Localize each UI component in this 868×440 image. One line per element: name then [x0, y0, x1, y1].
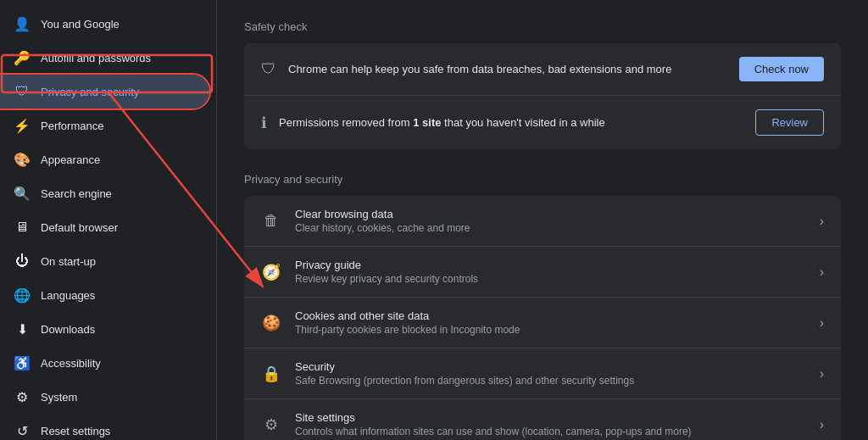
cookies-title: Cookies and other site data [295, 309, 806, 322]
default-browser-icon: 🖥 [14, 219, 31, 236]
main-content: Safety check 🛡Chrome can help keep you s… [217, 0, 868, 440]
permissions-text: Permissions removed from 1 site that you… [279, 116, 743, 129]
search-engine-icon: 🔍 [14, 185, 31, 202]
sidebar-item-label-languages: Languages [41, 289, 196, 302]
privacy-security-icon: 🛡 [14, 83, 31, 100]
privacy-security-title: Privacy and security [244, 173, 841, 186]
sidebar-item-default-browser[interactable]: 🖥Default browser [0, 210, 209, 244]
sidebar-item-label-search-engine: Search engine [41, 187, 196, 200]
sidebar-item-label-default-browser: Default browser [41, 221, 196, 234]
sidebar-item-you-and-google[interactable]: 👤You and Google [0, 7, 209, 41]
safety-check-title: Safety check [244, 20, 841, 33]
privacy-row-security[interactable]: 🔒SecuritySafe Browsing (protection from … [244, 348, 841, 399]
breaches-icon: 🛡 [261, 60, 276, 78]
reset-settings-icon: ↺ [14, 422, 31, 439]
sidebar-item-label-you-and-google: You and Google [41, 18, 196, 31]
sidebar-item-performance[interactable]: ⚡Performance [0, 109, 209, 142]
privacy-row-site-settings[interactable]: ⚙Site settingsControls what information … [244, 399, 841, 440]
sidebar-item-on-start-up[interactable]: ⏻On start-up [0, 244, 209, 278]
privacy-guide-icon: 🧭 [261, 263, 281, 281]
sidebar-item-label-on-start-up: On start-up [41, 255, 196, 268]
clear-browsing-content: Clear browsing dataClear history, cookie… [295, 208, 806, 234]
privacy-security-section: Privacy and security 🗑Clear browsing dat… [244, 173, 841, 440]
safety-row-permissions: ℹPermissions removed from 1 site that yo… [244, 96, 841, 149]
privacy-row-cookies[interactable]: 🍪Cookies and other site dataThird-party … [244, 298, 841, 348]
appearance-icon: 🎨 [14, 151, 31, 168]
on-start-up-icon: ⏻ [14, 253, 31, 270]
downloads-icon: ⬇ [14, 320, 31, 337]
site-settings-subtitle: Controls what information sites can use … [295, 426, 806, 437]
security-chevron: › [820, 366, 824, 382]
privacy-row-privacy-guide[interactable]: 🧭Privacy guideReview key privacy and sec… [244, 247, 841, 298]
clear-browsing-title: Clear browsing data [295, 208, 806, 220]
permissions-icon: ℹ [261, 114, 267, 132]
privacy-guide-title: Privacy guide [295, 259, 806, 271]
sidebar-item-label-performance: Performance [41, 120, 196, 132]
safety-check-card: 🛡Chrome can help keep you safe from data… [244, 43, 841, 149]
privacy-guide-chevron: › [820, 265, 824, 280]
sidebar-item-system[interactable]: ⚙System [0, 380, 209, 414]
system-icon: ⚙ [14, 388, 31, 405]
safety-row-breaches: 🛡Chrome can help keep you safe from data… [244, 43, 841, 96]
cookies-subtitle: Third-party cookies are blocked in Incog… [295, 324, 806, 336]
cookies-content: Cookies and other site dataThird-party c… [295, 309, 806, 336]
site-settings-icon: ⚙ [261, 415, 281, 434]
cookies-chevron: › [820, 315, 824, 331]
breaches-text: Chrome can help keep you safe from data … [288, 63, 727, 75]
you-and-google-icon: 👤 [14, 15, 31, 32]
breaches-button[interactable]: Check now [739, 57, 824, 81]
sidebar-item-label-downloads: Downloads [41, 323, 196, 336]
security-subtitle: Safe Browsing (protection from dangerous… [295, 375, 806, 387]
privacy-guide-content: Privacy guideReview key privacy and secu… [295, 259, 806, 285]
privacy-row-clear-browsing[interactable]: 🗑Clear browsing dataClear history, cooki… [244, 196, 841, 247]
sidebar-item-languages[interactable]: 🌐Languages [0, 278, 209, 312]
sidebar-item-autofill-passwords[interactable]: 🔑Autofill and passwords [0, 41, 209, 75]
security-title: Security [295, 360, 806, 373]
sidebar-item-reset-settings[interactable]: ↺Reset settings [0, 414, 209, 440]
autofill-passwords-icon: 🔑 [14, 49, 31, 66]
accessibility-icon: ♿ [14, 354, 31, 371]
sidebar-item-label-system: System [41, 391, 196, 404]
privacy-guide-subtitle: Review key privacy and security controls [295, 273, 806, 285]
permissions-button[interactable]: Review [755, 109, 824, 136]
clear-browsing-subtitle: Clear history, cookies, cache and more [295, 222, 806, 234]
cookies-icon: 🍪 [261, 314, 281, 332]
safety-check-section: Safety check 🛡Chrome can help keep you s… [244, 20, 841, 149]
sidebar-item-privacy-security[interactable]: 🛡Privacy and security [0, 75, 209, 109]
site-settings-content: Site settingsControls what information s… [295, 411, 806, 437]
sidebar-item-label-appearance: Appearance [41, 153, 196, 166]
clear-browsing-chevron: › [820, 214, 824, 229]
privacy-list: 🗑Clear browsing dataClear history, cooki… [244, 196, 841, 440]
site-settings-title: Site settings [295, 411, 806, 424]
sidebar-item-accessibility[interactable]: ♿Accessibility [0, 346, 209, 380]
languages-icon: 🌐 [14, 287, 31, 304]
sidebar-item-downloads[interactable]: ⬇Downloads [0, 312, 209, 346]
sidebar-item-label-privacy-security: Privacy and security [41, 86, 196, 98]
sidebar-item-search-engine[interactable]: 🔍Search engine [0, 176, 209, 210]
sidebar-item-label-reset-settings: Reset settings [41, 425, 196, 437]
sidebar-item-label-autofill-passwords: Autofill and passwords [41, 52, 196, 64]
security-content: SecuritySafe Browsing (protection from d… [295, 360, 806, 387]
clear-browsing-icon: 🗑 [261, 212, 281, 230]
sidebar-item-label-accessibility: Accessibility [41, 357, 196, 370]
site-settings-chevron: › [820, 417, 824, 432]
security-icon: 🔒 [261, 365, 281, 383]
sidebar-item-appearance[interactable]: 🎨Appearance [0, 142, 209, 176]
performance-icon: ⚡ [14, 117, 31, 134]
sidebar: 👤You and Google🔑Autofill and passwords🛡P… [0, 0, 217, 440]
